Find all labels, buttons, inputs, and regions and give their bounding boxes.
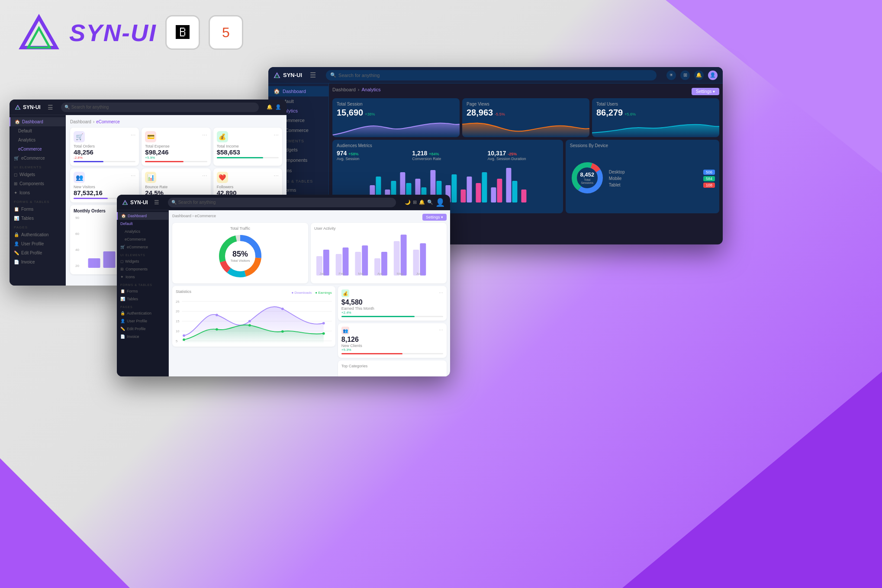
svg-rect-32 <box>103 251 115 268</box>
svg-text:Jan: Jan <box>319 272 325 276</box>
visitors-icon: 👥 <box>74 172 85 183</box>
total-expense-card: 💳 Total Expense $98,246 +5.9% ··· <box>142 128 210 166</box>
light-forms[interactable]: 📋 Forms <box>10 205 65 214</box>
light-icons[interactable]: ✦ Icons <box>10 188 65 197</box>
total-users-value: 86,279 <box>596 108 623 118</box>
def-window-header: SYN-UI ☰ 🔍 Search for anything 🌙 ⊞ 🔔 🔍 👤 <box>117 195 450 210</box>
income-progress-fill <box>217 157 263 158</box>
def-menu-icon[interactable]: ☰ <box>154 199 159 206</box>
categories-pie-svg <box>370 372 414 376</box>
def-forms-section: FORMS & TABLES <box>117 281 168 287</box>
income-value: $58,653 <box>217 148 240 156</box>
def-grid-icon[interactable]: ⊞ <box>413 199 417 205</box>
svg-rect-31 <box>88 258 100 268</box>
def-sidebar-default[interactable]: Default <box>117 220 168 228</box>
sidebar-item-dashboard[interactable]: 🏠 Dashboard <box>268 86 328 96</box>
statistics-card: Statistics ● Downloads ● Earnings 25 20 … <box>172 286 335 347</box>
notification-icon[interactable]: 🔔 <box>694 71 704 80</box>
def-sidebar-analytics[interactable]: Analytics <box>117 228 168 235</box>
def-search2-icon[interactable]: 🔍 <box>427 199 433 205</box>
y-label-20: 20 <box>75 264 79 268</box>
def-sidebar-ecommerce2[interactable]: 🛒 eCommerce <box>117 243 168 251</box>
earned-more-icon[interactable]: ··· <box>439 289 443 296</box>
light-edit-profile[interactable]: ✏️ Edit Profile <box>10 248 65 257</box>
session-duration-label: Avg. Session Duration <box>488 157 559 161</box>
light-notif-icon[interactable]: 🔔 <box>267 104 273 110</box>
settings-button[interactable]: Settings ▾ <box>692 88 719 95</box>
light-sidebar-default[interactable]: Default <box>10 126 65 135</box>
def-sidebar-dashboard[interactable]: 🏠 Dashboard <box>117 212 168 220</box>
page-views-card: Page Views 28,963 -5.5% <box>462 98 589 137</box>
page-views-chart <box>462 120 589 137</box>
visitors-more-icon[interactable]: ··· <box>131 172 136 179</box>
grid-icon[interactable]: ⊞ <box>680 71 690 80</box>
clients-card: 👥 8,126 New Clients +5.3% ··· <box>338 323 447 358</box>
def-components[interactable]: ⊞ Components <box>117 265 168 273</box>
def-auth[interactable]: 🔒 Authentication <box>117 309 168 317</box>
light-bc-dashboard: Dashboard <box>70 119 91 124</box>
income-more-icon[interactable]: ··· <box>274 131 279 138</box>
y-label-60: 60 <box>75 232 79 236</box>
bounce-more-icon[interactable]: ··· <box>202 172 207 179</box>
total-users-change: +5.6% <box>624 112 636 116</box>
purple-decoration-br <box>622 372 882 588</box>
svg-text:10: 10 <box>176 329 179 333</box>
def-icons[interactable]: ✦ Icons <box>117 273 168 281</box>
svg-rect-17 <box>467 177 472 202</box>
earned-progress <box>341 316 443 317</box>
def-edit-profile[interactable]: ✏️ Edit Profile <box>117 325 168 333</box>
light-tables[interactable]: 📊 Tables <box>10 214 65 223</box>
orders-more-icon[interactable]: ··· <box>131 131 136 138</box>
def-settings-button[interactable]: Settings ▾ <box>422 214 447 221</box>
expense-more-icon[interactable]: ··· <box>202 131 207 138</box>
dark-search-bar[interactable]: 🔍 Search for anything <box>326 70 657 80</box>
hamburger-icon[interactable]: ☰ <box>310 71 316 79</box>
def-notif-icon[interactable]: 🔔 <box>419 199 425 205</box>
def-user-profile[interactable]: 👤 User Profile <box>117 317 168 325</box>
y-label-40: 40 <box>75 248 79 252</box>
light-sidebar-ecommerce[interactable]: eCommerce <box>10 145 65 154</box>
light-breadcrumb: Dashboard › eCommerce <box>70 119 282 124</box>
def-moon-icon[interactable]: 🌙 <box>405 199 411 205</box>
def-avatar[interactable]: 👤 <box>435 198 445 207</box>
light-sidebar-analytics[interactable]: Analytics <box>10 135 65 145</box>
light-components[interactable]: ⊞ Components <box>10 179 65 188</box>
light-sidebar-ecommerce2[interactable]: 🛒 eCommerce <box>10 154 65 163</box>
brand-name: SYN-UI <box>69 19 157 47</box>
user-activity-chart: Jan Feb Mar Apr May Jun <box>314 232 443 276</box>
light-sidebar-dashboard[interactable]: 🏠 Dashboard <box>10 117 65 126</box>
light-auth[interactable]: 🔒 Authentication <box>10 230 65 239</box>
light-user-icon[interactable]: 👤 <box>275 104 281 110</box>
def-tables[interactable]: 📊 Tables <box>117 295 168 303</box>
session-duration-value: 10,317 -25% <box>488 150 559 157</box>
light-search-placeholder: Search for anything <box>71 105 109 109</box>
svg-point-79 <box>183 334 185 337</box>
user-activity-title: User Activity <box>314 226 443 231</box>
visitors-progress-fill <box>74 198 108 199</box>
clients-icon: 👥 <box>341 327 349 334</box>
income-progress <box>217 157 279 158</box>
sun-icon[interactable]: ☀ <box>666 71 676 80</box>
def-sidebar: 🏠 Dashboard Default Analytics eCommerce … <box>117 210 169 376</box>
bounce-title: Bounce Rate <box>145 185 167 189</box>
expense-icon: 💳 <box>145 131 156 142</box>
light-menu-icon[interactable]: ☰ <box>48 104 53 111</box>
def-sidebar-ecommerce[interactable]: eCommerce <box>117 235 168 243</box>
clients-more-icon[interactable]: ··· <box>439 327 443 333</box>
tablet-label: Tablet <box>609 183 621 187</box>
def-forms[interactable]: 📋 Forms <box>117 287 168 295</box>
def-search-bar[interactable]: 🔍 Search for anything <box>168 198 396 207</box>
light-widgets[interactable]: ◻ Widgets <box>10 170 65 179</box>
avg-session-metric: 974 +58% Avg. Session <box>337 150 408 161</box>
light-invoice[interactable]: 📄 Invoice <box>10 257 65 267</box>
page-views-value: 28,963 <box>467 108 493 118</box>
light-search-bar[interactable]: 🔍 Search for anything <box>61 103 259 112</box>
user-avatar[interactable]: 👤 <box>708 71 718 80</box>
followers-more-icon[interactable]: ··· <box>274 172 279 179</box>
svg-text:Jun: Jun <box>416 272 422 276</box>
def-widgets[interactable]: ◻ Widgets <box>117 257 168 265</box>
def-invoice[interactable]: 📄 Invoice <box>117 333 168 341</box>
total-users-card: Total Users 86,279 +5.6% <box>592 98 719 137</box>
light-profile[interactable]: 👤 User Profile <box>10 239 65 248</box>
page-views-title: Page Views <box>467 102 585 106</box>
